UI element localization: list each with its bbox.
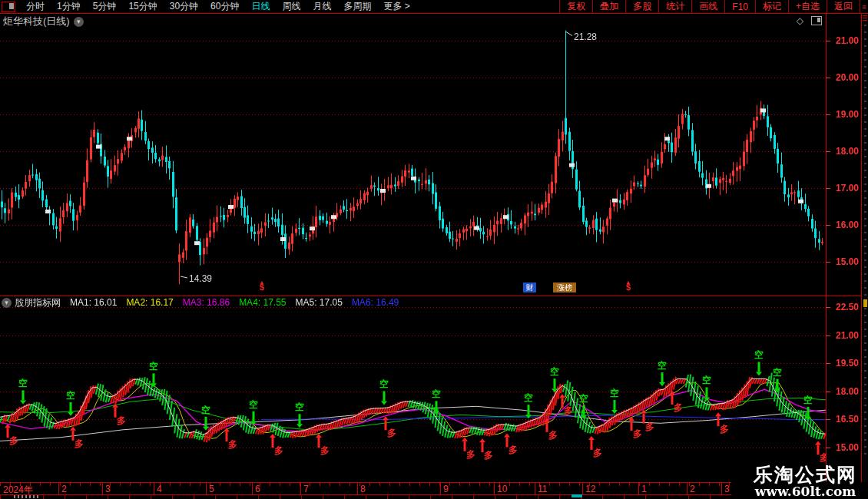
period-tab-5[interactable]: 60分钟 — [204, 0, 245, 13]
period-tab-7[interactable]: 周线 — [276, 0, 306, 13]
action-5[interactable]: F10 — [724, 0, 755, 13]
dollar-marker-1[interactable]: ▲$ — [624, 280, 633, 289]
date-axis: 2024年23456789101112123 — [0, 482, 731, 495]
y-axis-label: 15.00 — [825, 256, 859, 267]
top-toolbar: 分时1分钟5分钟15分钟30分钟60分钟日线周线月线多周期更多 > 复权叠加多股… — [0, 0, 868, 14]
period-tab-3[interactable]: 15分钟 — [122, 0, 163, 13]
period-tab-1[interactable]: 1分钟 — [51, 0, 87, 13]
x-axis-label: 11 — [538, 484, 547, 494]
marker-badge-0[interactable]: 财 — [523, 283, 536, 292]
dollar-marker-0[interactable]: ▲$ — [257, 280, 267, 289]
y-axis-label: 16.50 — [825, 414, 859, 425]
period-tab-6[interactable]: 日线 — [245, 0, 276, 13]
action-0[interactable]: 复权 — [559, 0, 592, 13]
action-7[interactable]: +自选 — [788, 0, 827, 13]
watermark: 乐淘公式网 www.60lt.com — [754, 464, 857, 498]
x-axis-label: 9 — [443, 484, 449, 494]
y-axis-label: 16.00 — [825, 220, 859, 230]
marker-badge-1[interactable]: 涨榜 — [553, 283, 576, 292]
window-split-icon[interactable] — [2, 2, 15, 12]
y-axis-label: 21.00 — [825, 330, 859, 341]
period-tabs: 分时1分钟5分钟15分钟30分钟60分钟日线周线月线多周期更多 > — [20, 0, 416, 13]
action-1[interactable]: 叠加 — [592, 0, 625, 13]
y-axis-label: 15.00 — [825, 442, 859, 453]
period-tab-8[interactable]: 月线 — [306, 0, 337, 13]
x-axis-label: 4 — [157, 484, 162, 494]
strip-top-icon — [863, 15, 867, 21]
period-tab-2[interactable]: 5分钟 — [87, 0, 123, 13]
ma-label-MA2: MA2: 16.17 — [126, 297, 173, 308]
ma-label-MA6: MA6: 16.49 — [352, 297, 399, 308]
x-axis-label: 2 — [61, 484, 67, 494]
y-axis-label: 20.00 — [825, 72, 859, 83]
right-sidebar-strip[interactable] — [861, 14, 868, 482]
x-axis-label: 7 — [303, 484, 309, 494]
period-tab-0[interactable]: 分时 — [20, 0, 51, 13]
tdx-app-window: 分时1分钟5分钟15分钟30分钟60分钟日线周线月线多周期更多 > 复权叠加多股… — [0, 0, 868, 499]
main-candlestick-chart[interactable] — [0, 23, 827, 296]
x-axis-label: 10 — [497, 484, 507, 494]
y-axis-label: 22.50 — [825, 302, 859, 312]
axis-separator-line — [826, 14, 827, 482]
pane-divider[interactable] — [0, 296, 868, 296]
x-axis-label: 3 — [724, 484, 730, 494]
action-2[interactable]: 多股 — [625, 0, 658, 13]
indicator-source: 股朋指标网 — [15, 296, 61, 309]
x-axis-label: 6 — [255, 484, 260, 494]
action-6[interactable]: 标记 — [755, 0, 788, 13]
x-axis-label: 3 — [105, 484, 111, 494]
x-axis-label: 12 — [585, 484, 595, 494]
action-3[interactable]: 统计 — [658, 0, 691, 13]
ma-label-MA3: MA3: 16.86 — [183, 297, 230, 308]
bottom-clipped-row — [0, 494, 731, 499]
period-tab-4[interactable]: 30分钟 — [164, 0, 204, 13]
ma-value-labels: MA1: 16.01MA2: 16.17MA3: 16.86MA4: 17.55… — [61, 297, 399, 308]
action-8[interactable]: 返回 — [827, 0, 860, 13]
x-axis-label: 8 — [360, 484, 366, 494]
ma-label-MA4: MA4: 17.55 — [239, 297, 286, 308]
action-menu: 复权叠加多股统计画线F10标记+自选返回 — [559, 0, 860, 13]
indicator-header: ▾ 股朋指标网 MA1: 16.01MA2: 16.17MA3: 16.86MA… — [0, 297, 399, 308]
sidebar-handle-icon[interactable]: ≡ — [860, 0, 868, 13]
action-4[interactable]: 画线 — [691, 0, 724, 13]
y-axis-label: 19.50 — [825, 358, 859, 368]
ma-label-MA1: MA1: 16.01 — [70, 297, 117, 308]
ma-label-MA5: MA5: 17.05 — [296, 297, 343, 308]
watermark-cn: 乐淘公式网 — [754, 464, 857, 484]
y-axis-label: 17.00 — [825, 183, 859, 193]
collapse-icon[interactable]: ▾ — [2, 298, 12, 308]
y-axis-label: 19.00 — [825, 109, 859, 120]
y-axis-label: 21.00 — [825, 35, 859, 46]
x-axis-label: 2 — [690, 484, 695, 494]
x-axis-label: 5 — [209, 484, 214, 494]
x-axis-label: 1 — [641, 484, 647, 494]
y-axis-label: 18.00 — [825, 386, 859, 397]
y-axis-label: 18.00 — [825, 146, 859, 157]
period-tab-9[interactable]: 多周期 — [337, 0, 377, 13]
period-tab-10[interactable]: 更多 > — [377, 0, 416, 13]
watermark-url: www.60lt.com — [754, 484, 857, 498]
indicator-chart[interactable] — [0, 296, 827, 482]
x-axis-label: 2024年 — [3, 484, 33, 495]
